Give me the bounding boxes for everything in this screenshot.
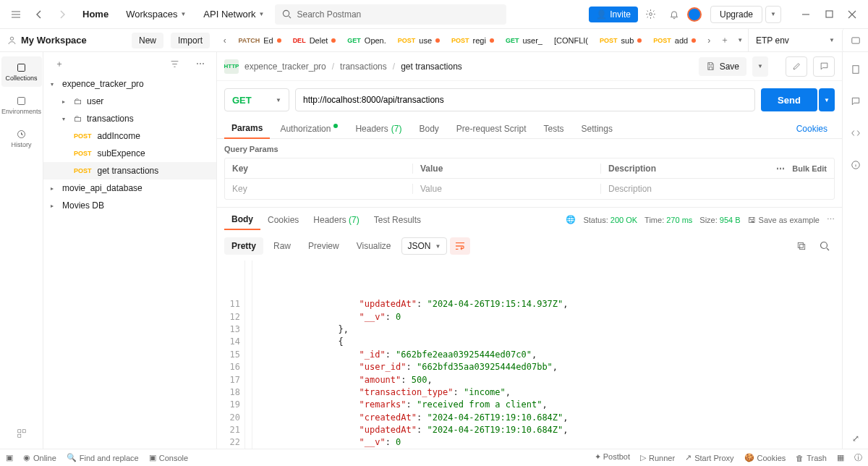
- tree-collection-movieapi[interactable]: ▸movie_api_database: [43, 179, 216, 197]
- globe-icon[interactable]: 🌐: [566, 215, 576, 224]
- lang-select[interactable]: JSON▼: [401, 237, 448, 255]
- wrap-lines-icon[interactable]: [450, 237, 470, 255]
- more-icon[interactable]: ⋯: [776, 164, 785, 174]
- bulk-edit-link[interactable]: Bulk Edit: [792, 164, 827, 173]
- create-collection-icon[interactable]: ＋: [49, 54, 69, 74]
- resp-tab-tests[interactable]: Test Results: [367, 211, 428, 229]
- request-tab[interactable]: POSTuse: [392, 29, 446, 52]
- footer-cookies[interactable]: 🍪 Cookies: [744, 452, 786, 463]
- new-button[interactable]: New: [132, 33, 163, 48]
- trash[interactable]: 🗑 Trash: [796, 452, 827, 463]
- avatar[interactable]: [687, 7, 702, 22]
- console-toggle[interactable]: ▣Console: [149, 453, 188, 462]
- nav-api-network[interactable]: API Network▼: [196, 0, 271, 29]
- forward-icon[interactable]: [52, 4, 72, 25]
- comments-icon[interactable]: [846, 91, 866, 111]
- menu-icon[interactable]: [6, 4, 26, 25]
- rail-collections[interactable]: Collections: [1, 56, 42, 87]
- invite-button[interactable]: 👤Invite: [589, 7, 638, 22]
- back-icon[interactable]: [29, 4, 49, 25]
- tabs-scroll-right[interactable]: ›: [702, 29, 717, 52]
- env-quicklook-icon[interactable]: [842, 29, 868, 52]
- options-icon[interactable]: ⋯: [190, 54, 210, 74]
- search-input[interactable]: Search Postman: [275, 4, 506, 25]
- request-tab[interactable]: POSTsub: [594, 29, 647, 52]
- tab-headers[interactable]: Headers (7): [348, 119, 409, 138]
- environment-select[interactable]: ETP env ▼: [748, 29, 842, 52]
- tree-folder-user[interactable]: ▸🗀user: [43, 93, 216, 110]
- bell-icon[interactable]: [664, 4, 684, 25]
- request-tab[interactable]: [CONFLI(: [548, 29, 594, 52]
- view-preview[interactable]: Preview: [301, 237, 346, 255]
- tree-folder-transactions[interactable]: ▾🗀transactions: [43, 110, 216, 127]
- tab-settings[interactable]: Settings: [574, 119, 620, 138]
- help-icon[interactable]: ⓘ: [854, 452, 862, 463]
- sync-icon[interactable]: ▣: [6, 453, 13, 462]
- tabs-scroll-left[interactable]: ‹: [217, 29, 232, 52]
- expand-icon[interactable]: ⤢: [846, 428, 866, 449]
- code-icon[interactable]: [846, 123, 866, 143]
- tab-authorization[interactable]: Authorization: [273, 119, 345, 138]
- save-example-button[interactable]: 🖫Save as example: [748, 216, 820, 224]
- minimize-icon[interactable]: [796, 4, 816, 25]
- comment-icon[interactable]: [813, 56, 835, 77]
- info-icon[interactable]: [846, 155, 866, 175]
- find-replace[interactable]: 🔍Find and replace: [67, 453, 139, 462]
- postbot[interactable]: ✦ Postbot: [595, 452, 630, 463]
- upgrade-dropdown[interactable]: ▼: [765, 6, 781, 23]
- edit-icon[interactable]: [786, 56, 807, 77]
- crumb-folder[interactable]: transactions: [340, 62, 387, 72]
- resp-tab-headers[interactable]: Headers (7): [306, 211, 366, 229]
- tab-prerequest[interactable]: Pre-request Script: [449, 119, 534, 138]
- tree-request-addincome[interactable]: POSTaddIncome: [43, 127, 216, 145]
- tree-collection[interactable]: ▾expence_tracker_pro: [43, 75, 216, 93]
- request-tab[interactable]: PATCHEd: [232, 29, 286, 52]
- resp-tab-cookies[interactable]: Cookies: [260, 211, 306, 229]
- value-input[interactable]: Value: [413, 184, 601, 194]
- docs-icon[interactable]: [846, 59, 866, 80]
- response-body[interactable]: 11 "updatedAt": "2024-04-26T19:15:14.937…: [217, 260, 842, 449]
- runner[interactable]: ▷ Runner: [640, 452, 675, 463]
- view-visualize[interactable]: Visualize: [349, 237, 399, 255]
- key-input[interactable]: Key: [225, 184, 413, 194]
- nav-workspaces[interactable]: Workspaces▼: [119, 0, 193, 29]
- tab-body[interactable]: Body: [412, 119, 446, 138]
- request-tab[interactable]: DELDelet: [287, 29, 342, 52]
- start-proxy[interactable]: ↗ Start Proxy: [685, 452, 733, 463]
- tree-request-gettransactions[interactable]: POSTget transactions: [43, 162, 216, 179]
- upgrade-button[interactable]: Upgrade: [710, 6, 762, 23]
- filter-icon[interactable]: [164, 54, 184, 74]
- request-tab[interactable]: POSTregi: [446, 29, 500, 52]
- close-icon[interactable]: [842, 4, 862, 25]
- tabs-menu[interactable]: ▼: [732, 29, 747, 52]
- request-tab[interactable]: GETOpen.: [341, 29, 391, 52]
- request-tab[interactable]: GETuser_: [500, 29, 548, 52]
- new-tab-button[interactable]: ＋: [717, 29, 732, 52]
- crumb-request[interactable]: get transactions: [401, 62, 462, 72]
- rail-environments[interactable]: Environments: [1, 90, 42, 120]
- view-pretty[interactable]: Pretty: [224, 237, 263, 255]
- view-raw[interactable]: Raw: [266, 237, 298, 255]
- tree-request-subexpence[interactable]: POSTsubExpence: [43, 145, 216, 162]
- online-status[interactable]: ◉Online: [23, 453, 56, 462]
- cookies-link[interactable]: Cookies: [789, 119, 835, 138]
- description-input[interactable]: Description: [601, 184, 834, 194]
- send-dropdown[interactable]: ▼: [819, 88, 835, 111]
- rail-configure[interactable]: [1, 418, 42, 449]
- rail-history[interactable]: History: [1, 123, 42, 153]
- method-select[interactable]: GET▼: [224, 88, 289, 111]
- import-button[interactable]: Import: [171, 33, 210, 48]
- tab-params[interactable]: Params: [224, 119, 270, 139]
- save-button[interactable]: Save: [699, 57, 746, 76]
- more-icon[interactable]: ⋯: [827, 215, 835, 224]
- layout-icon[interactable]: ▦: [837, 452, 844, 463]
- search-response-icon[interactable]: [814, 236, 835, 256]
- crumb-collection[interactable]: expence_tracker_pro: [244, 62, 326, 72]
- tab-tests[interactable]: Tests: [537, 119, 571, 138]
- save super dropdown[interactable]: ▼: [752, 56, 768, 77]
- nav-home[interactable]: Home: [75, 0, 116, 29]
- send-button[interactable]: Send: [761, 88, 817, 111]
- settings-icon[interactable]: [641, 4, 661, 25]
- resp-tab-body[interactable]: Body: [224, 210, 260, 230]
- url-input[interactable]: [295, 88, 755, 111]
